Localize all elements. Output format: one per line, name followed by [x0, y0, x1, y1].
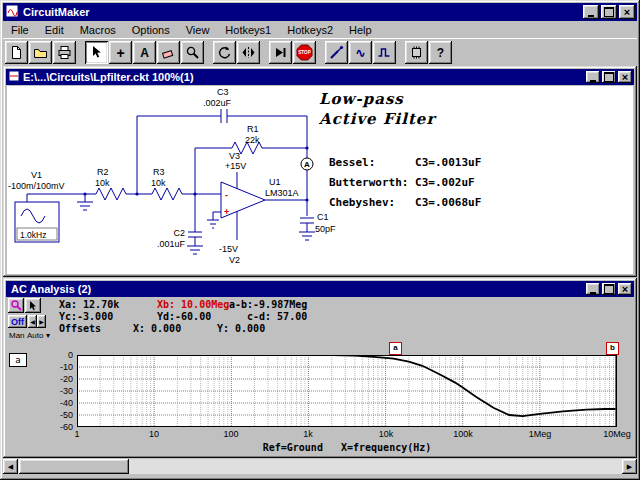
cursor-right-button[interactable]: ▶ — [37, 315, 46, 328]
run-analyses-button[interactable]: ∿ — [349, 41, 372, 64]
svg-text:LM301A: LM301A — [265, 188, 299, 198]
menu-file[interactable]: File — [3, 22, 37, 38]
auto-caret-icon[interactable]: ▾ — [46, 331, 50, 340]
schematic-titlebar[interactable]: E:\...\Circuits\Lpfilter.ckt 100%(1) × — [6, 69, 634, 85]
cursor-flag-a[interactable]: a — [389, 342, 402, 355]
scroll-left-button[interactable]: ◀ — [3, 459, 18, 474]
delete-tool-button[interactable] — [157, 41, 180, 64]
schematic-close-button[interactable]: × — [618, 71, 632, 83]
horizontal-scrollbar[interactable]: ◀ ▶ — [3, 459, 637, 474]
schematic-canvas[interactable]: A C3 .002uF R1 22k R2 10k R3 10k V1 -100… — [7, 86, 633, 274]
x-tick-label: 10 — [134, 429, 174, 439]
menu-options[interactable]: Options — [124, 22, 178, 38]
x-tick-label: 100 — [211, 429, 251, 439]
schematic-window: E:\...\Circuits\Lpfilter.ckt 100%(1) × — [3, 66, 637, 277]
circuitmaker-main-window: CircuitMaker × FileEditMacrosOptionsView… — [0, 0, 640, 480]
svg-text:.002uF: .002uF — [203, 98, 232, 108]
annotation-title-line2: Active Filter — [319, 110, 435, 128]
svg-text:V1: V1 — [31, 170, 42, 180]
svg-text:C1: C1 — [317, 212, 329, 222]
menu-bar: FileEditMacrosOptionsViewHotkeys1Hotkeys… — [3, 21, 637, 38]
wire-tool-button[interactable]: + — [109, 41, 132, 64]
probe-a[interactable]: A — [301, 158, 313, 170]
cursor-left-button[interactable]: ◀ — [28, 315, 37, 328]
ac-maximize-button[interactable] — [602, 283, 616, 295]
x-tick-label: 10k — [366, 429, 406, 439]
schematic-minimize-button[interactable] — [586, 71, 600, 83]
menu-view[interactable]: View — [178, 22, 218, 38]
left-arrow-icon: ◀ — [8, 463, 13, 471]
cursor-flag-b[interactable]: b — [606, 342, 619, 355]
resistor-r2[interactable] — [93, 188, 129, 200]
app-title: CircuitMaker — [23, 6, 581, 18]
ac-plot[interactable] — [77, 355, 617, 427]
waveforms-button[interactable] — [373, 41, 396, 64]
svg-text:V2: V2 — [229, 255, 240, 265]
trace-label-box[interactable]: a — [9, 353, 27, 367]
arrow-tool-button[interactable] — [85, 41, 108, 64]
close-icon: × — [622, 284, 628, 295]
toolbar: +ASTOP∿? — [3, 38, 637, 66]
digital-options-button[interactable] — [405, 41, 428, 64]
run-stop-button[interactable]: STOP — [293, 41, 316, 64]
mirror-button[interactable] — [237, 41, 260, 64]
man-label[interactable]: Man — [9, 331, 25, 340]
ac-close-button[interactable]: × — [618, 283, 632, 295]
scrollbar-thumb[interactable] — [19, 459, 129, 474]
svg-text:C3: C3 — [217, 87, 229, 97]
main-titlebar[interactable]: CircuitMaker × — [3, 3, 637, 21]
ac-titlebar[interactable]: AC Analysis (2) × — [6, 281, 634, 297]
step-button[interactable] — [269, 41, 292, 64]
readout-a-minus-b: a-b:-9.987Meg — [229, 299, 307, 310]
rotate-button[interactable] — [213, 41, 236, 64]
menu-hotkeys1[interactable]: Hotkeys1 — [217, 22, 279, 38]
text-tool-button[interactable]: A — [133, 41, 156, 64]
y-tick-label: -10 — [47, 362, 73, 372]
plot-zoom-button[interactable] — [8, 298, 24, 313]
schematic-maximize-button[interactable] — [602, 71, 616, 83]
readout-xb: Xb: 10.00Meg — [157, 299, 229, 310]
readout-c-minus-d: c-d: 57.00 — [247, 311, 307, 322]
app-icon — [5, 4, 19, 20]
y-tick-label: 0 — [47, 350, 73, 360]
capacitor-c1[interactable] — [299, 200, 315, 240]
annotation-note-chebyshev: Chebyshev: C3=.0068uF — [329, 196, 481, 209]
svg-text:22k: 22k — [245, 135, 260, 145]
menu-hotkeys2[interactable]: Hotkeys2 — [279, 22, 341, 38]
right-arrow-icon: ▶ — [39, 318, 44, 325]
cursors-off-button[interactable]: Off — [8, 315, 27, 328]
maximize-button[interactable] — [601, 5, 617, 19]
minimize-button[interactable] — [583, 5, 599, 19]
cursor-arrow-icon — [27, 300, 39, 312]
auto-label[interactable]: Auto — [27, 331, 43, 340]
menu-macros[interactable]: Macros — [72, 22, 124, 38]
svg-text:U1: U1 — [269, 177, 281, 187]
help-button[interactable]: ? — [429, 41, 452, 64]
menu-edit[interactable]: Edit — [37, 22, 72, 38]
probe-tool-button[interactable] — [325, 41, 348, 64]
zoom-tool-button[interactable] — [181, 41, 204, 64]
ac-title: AC Analysis (2) — [11, 283, 584, 295]
ground-symbol[interactable] — [207, 212, 221, 228]
ground-symbol[interactable] — [77, 194, 93, 210]
plot-cursor-button[interactable] — [25, 298, 41, 313]
menu-help[interactable]: Help — [341, 22, 380, 38]
svg-text:R2: R2 — [97, 167, 109, 177]
svg-text:A: A — [304, 160, 310, 169]
svg-text:V3: V3 — [229, 151, 240, 161]
x-tick-label: 100k — [443, 429, 483, 439]
readout-offset-x: X: 0.000 — [133, 323, 181, 334]
y-tick-label: -40 — [47, 398, 73, 408]
svg-text:-15V: -15V — [219, 244, 238, 254]
ac-minimize-button[interactable] — [586, 283, 600, 295]
schematic-title: E:\...\Circuits\Lpfilter.ckt 100%(1) — [23, 71, 584, 83]
capacitor-c3[interactable] — [137, 109, 307, 123]
resistor-r3[interactable] — [149, 188, 185, 200]
svg-text:1.0kHz: 1.0kHz — [20, 230, 46, 240]
print-button[interactable] — [53, 41, 76, 64]
scroll-right-button[interactable]: ▶ — [622, 459, 637, 474]
open-button[interactable] — [29, 41, 52, 64]
close-button[interactable]: × — [619, 5, 635, 19]
new-button[interactable] — [5, 41, 28, 64]
capacitor-c2[interactable] — [187, 194, 203, 254]
